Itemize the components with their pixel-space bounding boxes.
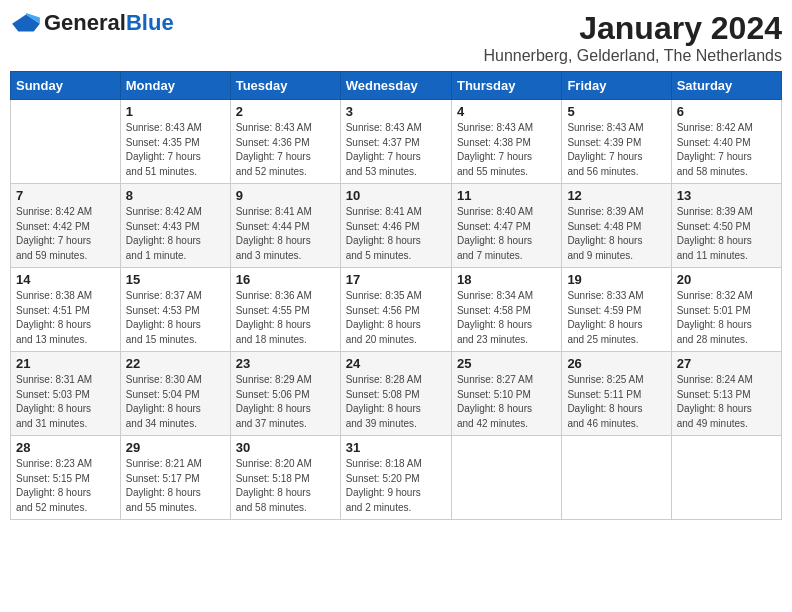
- day-info: Sunrise: 8:38 AM Sunset: 4:51 PM Dayligh…: [16, 289, 115, 347]
- day-info: Sunrise: 8:25 AM Sunset: 5:11 PM Dayligh…: [567, 373, 665, 431]
- day-info: Sunrise: 8:39 AM Sunset: 4:50 PM Dayligh…: [677, 205, 776, 263]
- day-number: 23: [236, 356, 335, 371]
- calendar-cell: [671, 436, 781, 520]
- calendar-cell: 10Sunrise: 8:41 AM Sunset: 4:46 PM Dayli…: [340, 184, 451, 268]
- day-number: 30: [236, 440, 335, 455]
- day-info: Sunrise: 8:43 AM Sunset: 4:39 PM Dayligh…: [567, 121, 665, 179]
- calendar-cell: 3Sunrise: 8:43 AM Sunset: 4:37 PM Daylig…: [340, 100, 451, 184]
- calendar-week-row: 14Sunrise: 8:38 AM Sunset: 4:51 PM Dayli…: [11, 268, 782, 352]
- day-info: Sunrise: 8:31 AM Sunset: 5:03 PM Dayligh…: [16, 373, 115, 431]
- calendar-cell: [451, 436, 561, 520]
- weekday-header-friday: Friday: [562, 72, 671, 100]
- day-info: Sunrise: 8:36 AM Sunset: 4:55 PM Dayligh…: [236, 289, 335, 347]
- weekday-header-thursday: Thursday: [451, 72, 561, 100]
- day-number: 2: [236, 104, 335, 119]
- day-number: 20: [677, 272, 776, 287]
- weekday-header-monday: Monday: [120, 72, 230, 100]
- calendar-cell: 8Sunrise: 8:42 AM Sunset: 4:43 PM Daylig…: [120, 184, 230, 268]
- calendar-cell: 23Sunrise: 8:29 AM Sunset: 5:06 PM Dayli…: [230, 352, 340, 436]
- day-number: 8: [126, 188, 225, 203]
- calendar-cell: 30Sunrise: 8:20 AM Sunset: 5:18 PM Dayli…: [230, 436, 340, 520]
- calendar-cell: 11Sunrise: 8:40 AM Sunset: 4:47 PM Dayli…: [451, 184, 561, 268]
- day-info: Sunrise: 8:42 AM Sunset: 4:42 PM Dayligh…: [16, 205, 115, 263]
- day-number: 6: [677, 104, 776, 119]
- day-info: Sunrise: 8:24 AM Sunset: 5:13 PM Dayligh…: [677, 373, 776, 431]
- day-number: 17: [346, 272, 446, 287]
- day-info: Sunrise: 8:35 AM Sunset: 4:56 PM Dayligh…: [346, 289, 446, 347]
- calendar-cell: 9Sunrise: 8:41 AM Sunset: 4:44 PM Daylig…: [230, 184, 340, 268]
- calendar-cell: [562, 436, 671, 520]
- day-number: 7: [16, 188, 115, 203]
- day-number: 21: [16, 356, 115, 371]
- day-number: 11: [457, 188, 556, 203]
- day-number: 14: [16, 272, 115, 287]
- calendar-cell: 20Sunrise: 8:32 AM Sunset: 5:01 PM Dayli…: [671, 268, 781, 352]
- day-number: 19: [567, 272, 665, 287]
- day-info: Sunrise: 8:43 AM Sunset: 4:38 PM Dayligh…: [457, 121, 556, 179]
- calendar-table: SundayMondayTuesdayWednesdayThursdayFrid…: [10, 71, 782, 520]
- day-info: Sunrise: 8:23 AM Sunset: 5:15 PM Dayligh…: [16, 457, 115, 515]
- day-info: Sunrise: 8:21 AM Sunset: 5:17 PM Dayligh…: [126, 457, 225, 515]
- day-number: 1: [126, 104, 225, 119]
- weekday-header-row: SundayMondayTuesdayWednesdayThursdayFrid…: [11, 72, 782, 100]
- day-number: 24: [346, 356, 446, 371]
- calendar-cell: 26Sunrise: 8:25 AM Sunset: 5:11 PM Dayli…: [562, 352, 671, 436]
- calendar-cell: 21Sunrise: 8:31 AM Sunset: 5:03 PM Dayli…: [11, 352, 121, 436]
- calendar-cell: 16Sunrise: 8:36 AM Sunset: 4:55 PM Dayli…: [230, 268, 340, 352]
- calendar-cell: 5Sunrise: 8:43 AM Sunset: 4:39 PM Daylig…: [562, 100, 671, 184]
- day-info: Sunrise: 8:42 AM Sunset: 4:43 PM Dayligh…: [126, 205, 225, 263]
- day-info: Sunrise: 8:37 AM Sunset: 4:53 PM Dayligh…: [126, 289, 225, 347]
- calendar-week-row: 7Sunrise: 8:42 AM Sunset: 4:42 PM Daylig…: [11, 184, 782, 268]
- calendar-cell: 7Sunrise: 8:42 AM Sunset: 4:42 PM Daylig…: [11, 184, 121, 268]
- day-info: Sunrise: 8:29 AM Sunset: 5:06 PM Dayligh…: [236, 373, 335, 431]
- calendar-cell: 6Sunrise: 8:42 AM Sunset: 4:40 PM Daylig…: [671, 100, 781, 184]
- day-number: 28: [16, 440, 115, 455]
- calendar-cell: 4Sunrise: 8:43 AM Sunset: 4:38 PM Daylig…: [451, 100, 561, 184]
- day-info: Sunrise: 8:20 AM Sunset: 5:18 PM Dayligh…: [236, 457, 335, 515]
- logo-text: GeneralBlue: [44, 10, 174, 36]
- calendar-cell: 12Sunrise: 8:39 AM Sunset: 4:48 PM Dayli…: [562, 184, 671, 268]
- calendar-week-row: 28Sunrise: 8:23 AM Sunset: 5:15 PM Dayli…: [11, 436, 782, 520]
- calendar-week-row: 1Sunrise: 8:43 AM Sunset: 4:35 PM Daylig…: [11, 100, 782, 184]
- calendar-cell: 18Sunrise: 8:34 AM Sunset: 4:58 PM Dayli…: [451, 268, 561, 352]
- weekday-header-wednesday: Wednesday: [340, 72, 451, 100]
- calendar-cell: 19Sunrise: 8:33 AM Sunset: 4:59 PM Dayli…: [562, 268, 671, 352]
- day-info: Sunrise: 8:43 AM Sunset: 4:36 PM Dayligh…: [236, 121, 335, 179]
- calendar-cell: 28Sunrise: 8:23 AM Sunset: 5:15 PM Dayli…: [11, 436, 121, 520]
- calendar-cell: 31Sunrise: 8:18 AM Sunset: 5:20 PM Dayli…: [340, 436, 451, 520]
- logo-area: GeneralBlue: [10, 10, 174, 36]
- day-number: 18: [457, 272, 556, 287]
- day-number: 5: [567, 104, 665, 119]
- calendar-week-row: 21Sunrise: 8:31 AM Sunset: 5:03 PM Dayli…: [11, 352, 782, 436]
- day-number: 26: [567, 356, 665, 371]
- day-info: Sunrise: 8:27 AM Sunset: 5:10 PM Dayligh…: [457, 373, 556, 431]
- day-info: Sunrise: 8:32 AM Sunset: 5:01 PM Dayligh…: [677, 289, 776, 347]
- day-info: Sunrise: 8:41 AM Sunset: 4:46 PM Dayligh…: [346, 205, 446, 263]
- calendar-cell: 29Sunrise: 8:21 AM Sunset: 5:17 PM Dayli…: [120, 436, 230, 520]
- day-info: Sunrise: 8:39 AM Sunset: 4:48 PM Dayligh…: [567, 205, 665, 263]
- month-title: January 2024: [483, 10, 782, 47]
- calendar-cell: 14Sunrise: 8:38 AM Sunset: 4:51 PM Dayli…: [11, 268, 121, 352]
- day-number: 3: [346, 104, 446, 119]
- title-area: January 2024 Hunnerberg, Gelderland, The…: [483, 10, 782, 65]
- weekday-header-tuesday: Tuesday: [230, 72, 340, 100]
- day-number: 22: [126, 356, 225, 371]
- calendar-cell: [11, 100, 121, 184]
- day-info: Sunrise: 8:43 AM Sunset: 4:37 PM Dayligh…: [346, 121, 446, 179]
- day-info: Sunrise: 8:18 AM Sunset: 5:20 PM Dayligh…: [346, 457, 446, 515]
- day-info: Sunrise: 8:34 AM Sunset: 4:58 PM Dayligh…: [457, 289, 556, 347]
- day-number: 15: [126, 272, 225, 287]
- day-number: 25: [457, 356, 556, 371]
- day-number: 27: [677, 356, 776, 371]
- day-info: Sunrise: 8:41 AM Sunset: 4:44 PM Dayligh…: [236, 205, 335, 263]
- calendar-cell: 1Sunrise: 8:43 AM Sunset: 4:35 PM Daylig…: [120, 100, 230, 184]
- day-number: 12: [567, 188, 665, 203]
- day-info: Sunrise: 8:33 AM Sunset: 4:59 PM Dayligh…: [567, 289, 665, 347]
- calendar-cell: 15Sunrise: 8:37 AM Sunset: 4:53 PM Dayli…: [120, 268, 230, 352]
- day-number: 16: [236, 272, 335, 287]
- logo-blue: Blue: [126, 10, 174, 35]
- day-number: 13: [677, 188, 776, 203]
- calendar-cell: 13Sunrise: 8:39 AM Sunset: 4:50 PM Dayli…: [671, 184, 781, 268]
- day-info: Sunrise: 8:43 AM Sunset: 4:35 PM Dayligh…: [126, 121, 225, 179]
- day-info: Sunrise: 8:42 AM Sunset: 4:40 PM Dayligh…: [677, 121, 776, 179]
